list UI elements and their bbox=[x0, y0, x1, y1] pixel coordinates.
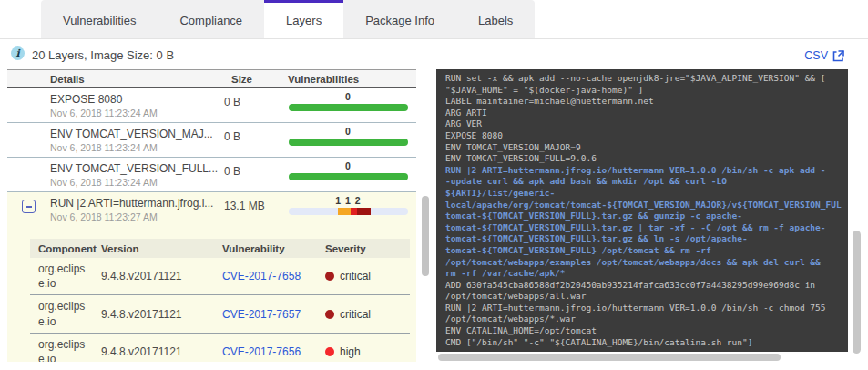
layer-size: 13.1 MB bbox=[224, 192, 281, 239]
dockerfile-panel[interactable]: RUN set -x && apk add --no-cache openjdk… bbox=[436, 69, 848, 352]
dockerfile-horizontal-scrollbar[interactable] bbox=[438, 354, 781, 361]
vuln-row: org.eclipse.io 9.4.8.v20171121 CVE-2017-… bbox=[30, 294, 410, 332]
vuln-bar bbox=[289, 139, 408, 146]
csv-export-link[interactable]: CSV bbox=[804, 49, 844, 62]
layer-row[interactable]: EXPOSE 8080 Nov 6, 2018 11:23:24 AM 0 B … bbox=[7, 88, 416, 123]
col-size: Size bbox=[224, 74, 281, 85]
severity-segment-medium bbox=[338, 208, 351, 215]
cve-link[interactable]: CVE-2017-7656 bbox=[222, 345, 301, 358]
cve-link[interactable]: CVE-2017-7658 bbox=[222, 270, 301, 283]
severity-dot bbox=[325, 310, 334, 319]
dockerfile-vertical-scrollbar[interactable] bbox=[853, 231, 861, 354]
layers-table-scrollbar[interactable] bbox=[422, 196, 429, 276]
col-version: Version bbox=[93, 243, 214, 254]
layer-row[interactable]: ENV TOMCAT_VERSION_FULL... Nov 6, 2018 1… bbox=[7, 158, 416, 192]
layer-row[interactable]: ENV TOMCAT_VERSION_MAJ... Nov 6, 2018 11… bbox=[7, 123, 416, 158]
tab-bar-divider bbox=[0, 38, 868, 39]
vuln-count: 0 bbox=[289, 91, 408, 102]
vuln-severity-bar bbox=[289, 208, 408, 215]
vuln-table-header: Component Version Vulnerability Severity bbox=[30, 239, 410, 258]
severity-dot bbox=[325, 272, 334, 281]
expanded-layer-block: RUN |2 ARTI=huttermann.jfrog.i... Nov 6,… bbox=[7, 192, 416, 362]
layer-date: Nov 6, 2018 11:23:24 AM bbox=[50, 108, 224, 118]
tab-layers[interactable]: Layers bbox=[264, 0, 343, 38]
component-name: org.eclipse.io bbox=[30, 334, 93, 362]
info-icon: i bbox=[11, 46, 25, 60]
vuln-row: org.eclipse.io 9.4.8.v20171121 CVE-2017-… bbox=[30, 333, 410, 362]
severity-label: critical bbox=[340, 270, 371, 283]
layer-details: ENV TOMCAT_VERSION_FULL... bbox=[50, 162, 224, 175]
layer-details: RUN |2 ARTI=huttermann.jfrog.i... bbox=[50, 197, 224, 210]
vuln-row: org.eclipse.io 9.4.8.v20171121 CVE-2017-… bbox=[30, 258, 410, 294]
layer-date: Nov 6, 2018 11:23:24 AM bbox=[50, 177, 224, 188]
component-version: 9.4.8.v20171121 bbox=[93, 308, 214, 321]
layer-details: EXPOSE 8080 bbox=[50, 93, 224, 106]
col-details: Details bbox=[43, 74, 224, 85]
vuln-counts: 1 1 2 bbox=[289, 195, 408, 206]
severity-label: high bbox=[340, 345, 361, 358]
severity-dot bbox=[325, 347, 334, 356]
col-vulnerability: Vulnerability bbox=[214, 243, 317, 254]
layer-size: 0 B bbox=[224, 123, 281, 157]
layer-size: 0 B bbox=[224, 158, 281, 191]
vuln-count: 0 bbox=[289, 126, 408, 137]
component-name: org.eclipse.io bbox=[30, 258, 93, 294]
layers-screen: Vulnerabilities Compliance Layers Packag… bbox=[0, 0, 868, 370]
vuln-bar bbox=[289, 173, 408, 180]
terminal-content: RUN set -x && apk add --no-cache openjdk… bbox=[445, 73, 839, 348]
collapse-icon[interactable] bbox=[22, 200, 36, 213]
layer-date: Nov 6, 2018 11:23:24 AM bbox=[50, 142, 224, 153]
layer-date: Nov 6, 2018 11:23:27 AM bbox=[50, 211, 224, 222]
severity-segment-critical bbox=[357, 208, 372, 215]
layers-summary: 20 Layers, Image Size: 0 B bbox=[32, 48, 174, 62]
col-vulnerabilities: Vulnerabilities bbox=[281, 74, 416, 85]
layer-details: ENV TOMCAT_VERSION_MAJ... bbox=[50, 128, 224, 140]
vuln-bar bbox=[289, 104, 408, 111]
col-severity: Severity bbox=[317, 243, 410, 254]
layers-table-header: Details Size Vulnerabilities bbox=[7, 69, 416, 88]
tab-package-info[interactable]: Package Info bbox=[343, 0, 456, 38]
tab-vulnerabilities[interactable]: Vulnerabilities bbox=[41, 0, 158, 38]
layers-table: Details Size Vulnerabilities EXPOSE 8080… bbox=[7, 69, 416, 362]
component-name: org.eclipse.io bbox=[30, 295, 93, 332]
layer-vulnerabilities-table: Component Version Vulnerability Severity… bbox=[30, 239, 410, 362]
export-icon bbox=[832, 50, 844, 62]
layer-row-expanded[interactable]: RUN |2 ARTI=huttermann.jfrog.i... Nov 6,… bbox=[7, 192, 416, 239]
component-version: 9.4.8.v20171121 bbox=[93, 345, 214, 358]
component-version: 9.4.8.v20171121 bbox=[93, 270, 214, 283]
csv-label: CSV bbox=[804, 49, 828, 62]
severity-label: critical bbox=[340, 308, 371, 321]
col-component: Component bbox=[30, 243, 93, 254]
tab-labels[interactable]: Labels bbox=[456, 0, 535, 38]
cve-link[interactable]: CVE-2017-7657 bbox=[222, 308, 301, 321]
vuln-count: 0 bbox=[289, 160, 408, 171]
layer-size: 0 B bbox=[224, 88, 281, 122]
tab-bar: Vulnerabilities Compliance Layers Packag… bbox=[41, 0, 535, 38]
tab-compliance[interactable]: Compliance bbox=[158, 0, 264, 38]
